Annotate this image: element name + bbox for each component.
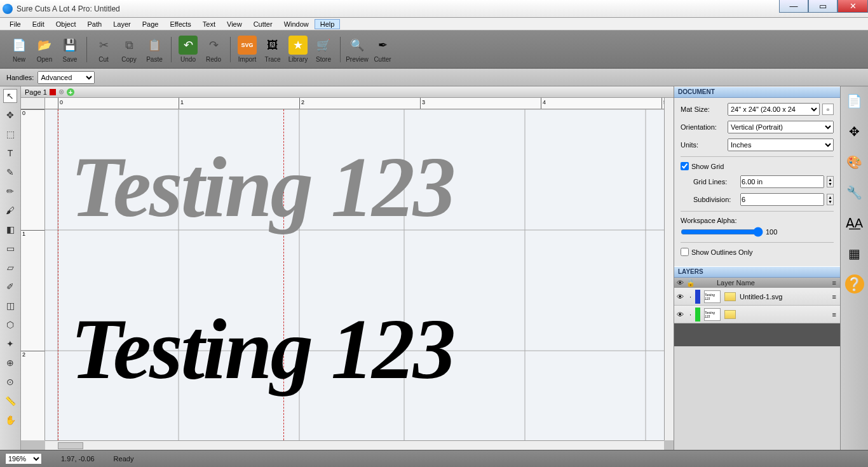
toolbar-open-button[interactable]: 📂Open [32, 36, 57, 63]
tool-7[interactable]: ◧ [3, 222, 17, 236]
add-page-icon[interactable]: + [67, 88, 74, 96]
layers-menu-icon[interactable]: ≡ [832, 279, 836, 287]
tool-15[interactable]: ⊙ [3, 375, 17, 389]
wrench-tab-icon[interactable]: 🔧 [845, 183, 864, 202]
gridlines-stepper[interactable]: ▲▼ [827, 176, 834, 187]
toolbar-save-button[interactable]: 💾Save [57, 36, 83, 63]
tool-13[interactable]: ✦ [3, 337, 17, 351]
layers-panel-header[interactable]: LAYERS [674, 266, 840, 278]
ruler-tick: 0 [21, 109, 45, 116]
guide-line[interactable] [58, 109, 58, 440]
tool-6[interactable]: 🖌 [3, 203, 17, 217]
menu-cutter[interactable]: Cutter [248, 19, 278, 29]
menu-layer[interactable]: Layer [107, 19, 137, 29]
toolbar-cutter-button[interactable]: ✒Cutter [370, 36, 395, 63]
units-select[interactable]: Inches [728, 139, 834, 151]
menu-path[interactable]: Path [82, 19, 108, 29]
menu-object[interactable]: Object [50, 19, 82, 29]
canvas-text-gray[interactable]: Testing 123 [71, 138, 454, 236]
scrollbar-horizontal[interactable] [45, 440, 664, 450]
subdivision-stepper[interactable]: ▲▼ [827, 194, 834, 205]
minimize-button[interactable]: — [779, 0, 808, 13]
tool-2[interactable]: ⬚ [3, 127, 17, 141]
toolbar-undo-button[interactable]: ↶Undo [175, 36, 201, 63]
ruler-tick: 1 [179, 98, 184, 109]
page-color-swatch[interactable] [50, 89, 56, 95]
side-tabs: 📄✥🎨🔧A͟A▦❔ [840, 86, 868, 450]
subdivision-input[interactable] [740, 193, 824, 206]
document-tab-icon[interactable]: 📄 [845, 91, 864, 111]
ruler-tick: 2 [21, 351, 45, 358]
toolbar-redo-button[interactable]: ↷Redo [201, 36, 226, 63]
toolbar-label: Copy [121, 56, 136, 63]
menu-help[interactable]: Help [315, 19, 341, 29]
toolbar-preview-button[interactable]: 🔍Preview [344, 36, 370, 63]
page-label[interactable]: Page 1 [25, 88, 47, 96]
cut-icon: ✂ [94, 36, 113, 55]
show-grid-checkbox[interactable] [681, 162, 689, 170]
document-panel-header[interactable]: DOCUMENT [674, 86, 840, 98]
canvas[interactable]: Testing 123 Testing 123 [45, 109, 664, 440]
toolbar-import-button[interactable]: SVGImport [234, 36, 260, 63]
help-tab-icon[interactable]: ❔ [845, 274, 864, 294]
layer-name[interactable]: Untitled-1.svg [740, 293, 782, 301]
menu-page[interactable]: Page [137, 19, 165, 29]
scrollbar-vertical[interactable] [664, 98, 674, 440]
layer-row[interactable]: 👁·Testing 123≡ [674, 306, 840, 323]
tool-16[interactable]: 📏 [3, 394, 17, 408]
menu-file[interactable]: File [4, 19, 27, 29]
toolbar-new-button[interactable]: 📄New [6, 36, 32, 63]
tool-17[interactable]: ✋ [3, 413, 17, 427]
toolbar-trace-button[interactable]: 🖼Trace [260, 36, 285, 63]
toolbar-paste-button[interactable]: 📋Paste [142, 36, 167, 63]
handles-select[interactable]: Advanced [37, 71, 95, 84]
tool-12[interactable]: ⬡ [3, 318, 17, 332]
ruler-corner [21, 98, 45, 109]
ruler-tick: 0 [58, 98, 63, 109]
maximize-button[interactable]: ▭ [808, 0, 837, 13]
text-tab-icon[interactable]: A͟A [845, 213, 864, 233]
toolbar-library-button[interactable]: ★Library [285, 36, 311, 63]
palette-tab-icon[interactable]: 🎨 [845, 152, 864, 172]
layers-header-row: 👁 🔒 Layer Name ≡ [674, 278, 840, 288]
menu-edit[interactable]: Edit [27, 19, 50, 29]
outlines-only-checkbox[interactable] [681, 248, 689, 256]
tool-14[interactable]: ⊕ [3, 356, 17, 370]
move-tab-icon[interactable]: ✥ [845, 122, 864, 141]
tool-1[interactable]: ✥ [3, 108, 17, 122]
toolbar-store-button[interactable]: 🛒Store [311, 36, 336, 63]
layer-color[interactable] [695, 290, 700, 304]
tool-9[interactable]: ▱ [3, 261, 17, 274]
layer-menu-icon[interactable]: ≡ [832, 311, 836, 318]
tool-10[interactable]: ✐ [3, 280, 17, 294]
tool-8[interactable]: ▭ [3, 241, 17, 255]
zoom-select[interactable]: 196% [5, 453, 42, 464]
toolbar-copy-button[interactable]: ⧉Copy [116, 36, 142, 63]
menu-text[interactable]: Text [197, 19, 221, 29]
close-page-icon[interactable]: ⊗ [58, 88, 64, 96]
ruler-tick: 3 [420, 98, 425, 109]
layer-row[interactable]: 👁·Testing 123Untitled-1.svg≡ [674, 288, 840, 306]
tool-0[interactable]: ↖ [3, 89, 17, 103]
canvas-text-black[interactable]: Testing 123 [71, 300, 454, 398]
orientation-select[interactable]: Vertical (Portrait) [728, 121, 834, 133]
gridlines-input[interactable] [740, 175, 824, 188]
layers-tab-icon[interactable]: ▦ [845, 244, 864, 263]
mat-edit-icon[interactable]: ▫ [822, 104, 834, 115]
menu-view[interactable]: View [221, 19, 248, 29]
workspace-alpha-slider[interactable] [681, 227, 763, 237]
tool-11[interactable]: ◫ [3, 299, 17, 313]
toolbar-cut-button[interactable]: ✂Cut [91, 36, 116, 63]
close-button[interactable]: ✕ [837, 0, 868, 13]
tool-5[interactable]: ✏ [3, 184, 17, 198]
layer-color[interactable] [695, 308, 700, 321]
mat-size-select[interactable]: 24" x 24" (24.00 x 24 [728, 103, 820, 116]
tool-3[interactable]: T [3, 146, 17, 160]
options-bar: Handles: Advanced [0, 69, 868, 86]
menu-window[interactable]: Window [278, 19, 315, 29]
eye-icon[interactable]: 👁 [677, 293, 686, 301]
tool-4[interactable]: ✎ [3, 165, 17, 179]
layer-menu-icon[interactable]: ≡ [832, 293, 836, 301]
eye-icon[interactable]: 👁 [677, 311, 686, 318]
menu-effects[interactable]: Effects [164, 19, 196, 29]
